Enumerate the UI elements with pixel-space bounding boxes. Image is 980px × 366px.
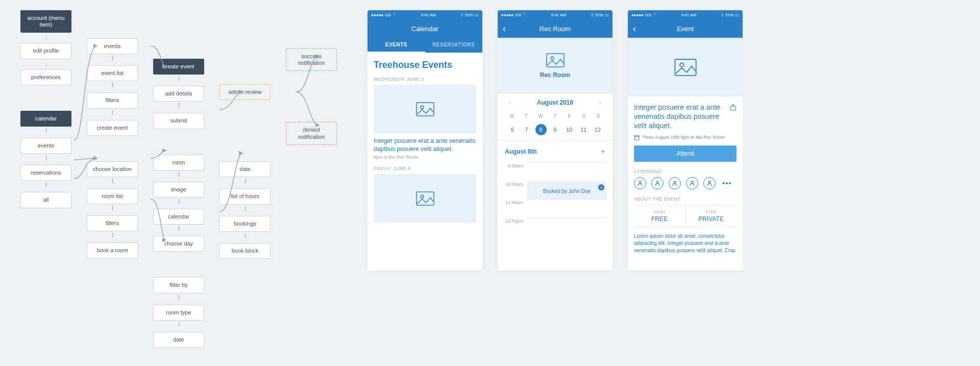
room-hero: Rec Room xyxy=(498,38,612,94)
selected-date: August 8th xyxy=(505,148,537,155)
mock-room-screen: ●●●●●GS⌃ 9:41 AM ᛒ51%▭ ‹ Rec Room Rec Ro… xyxy=(498,10,612,271)
flow-col-review: admin review xyxy=(219,84,271,100)
flow-col-events: events I event list I filters I create e… xyxy=(87,38,138,136)
flow-col-date: date I list of hours I bookings I book b… xyxy=(219,161,271,259)
tab-events[interactable]: EVENTS xyxy=(368,38,425,53)
event-card-title[interactable]: Integer posuere erat a ante venenatis da… xyxy=(374,137,476,153)
day-12[interactable]: 12 xyxy=(592,124,603,135)
status-bar: ●●●●●GS⌃ 9:41 AM ᛒ51%▭ xyxy=(368,10,482,19)
node-room-list: room list xyxy=(87,188,138,204)
node-date: date xyxy=(219,161,271,177)
node-filters1: filters xyxy=(87,92,138,108)
day-9[interactable]: 9 xyxy=(549,124,560,135)
flow-col-calendar: calendar I events I reservations I all xyxy=(20,111,71,208)
flow-col-account: account (menu item) ↓ edit profile ↓ pre… xyxy=(20,10,71,85)
nav-title: Calendar xyxy=(368,19,482,38)
tabs: EVENTS RESERVATIONS xyxy=(368,38,482,53)
status-bar: ●●●●●GS⌃ 9:41 AM ᛒ51%▭ xyxy=(628,10,743,19)
node-preferences: preferences xyxy=(20,69,71,85)
event-description: Lorem ipsum dolor sit amet, consectetur … xyxy=(634,233,737,254)
share-icon[interactable] xyxy=(729,104,737,111)
page-heading: Treehouse Events xyxy=(374,60,476,70)
back-button[interactable]: ‹ xyxy=(633,23,636,34)
wifi-icon: ⌃ xyxy=(393,13,396,17)
avatar[interactable] xyxy=(686,177,698,189)
node-success: success notification xyxy=(286,48,337,71)
node-bookings: bookings xyxy=(219,216,271,232)
flow-col-notif: success notification denied notification xyxy=(286,48,337,145)
attend-button[interactable]: Attend xyxy=(634,145,737,162)
calendar-icon xyxy=(634,135,640,140)
svg-point-12 xyxy=(674,181,676,183)
svg-point-7 xyxy=(680,63,683,66)
node-account: account (menu item) xyxy=(20,10,71,33)
attending-label: ATTENDING xyxy=(634,169,737,174)
prev-month[interactable]: ‹ xyxy=(506,99,514,106)
svg-rect-9 xyxy=(634,136,639,140)
avatar[interactable] xyxy=(651,177,664,189)
node-admin-review: admin review xyxy=(219,84,271,100)
svg-point-3 xyxy=(421,195,424,198)
day-7[interactable]: 7 xyxy=(521,124,532,135)
schedule: 9:00am 10:00am Booked by John Doe× 11:00… xyxy=(504,162,606,236)
date-header-1: WEDNESDAY JUNE 2 xyxy=(374,77,476,82)
event-card-sub: 8pm in the Rec Room xyxy=(374,155,476,160)
node-choose-location: choose location xyxy=(87,161,138,177)
node-all: all xyxy=(20,192,71,208)
svg-point-13 xyxy=(691,181,694,183)
cost-value: FREE xyxy=(636,215,683,223)
nav-title: ‹ Event xyxy=(628,19,743,38)
node-events2: events xyxy=(87,38,138,54)
node-submit: submit xyxy=(153,113,204,129)
back-button[interactable]: ‹ xyxy=(503,23,506,34)
tab-reservations[interactable]: RESERVATIONS xyxy=(425,38,483,53)
status-bar: ●●●●●GS⌃ 9:41 AM ᛒ51%▭ xyxy=(498,10,612,19)
node-event-list: event list xyxy=(87,65,138,81)
more-attendees[interactable]: ••• xyxy=(721,179,732,187)
delete-booking-icon[interactable]: × xyxy=(598,184,604,190)
bluetooth-icon: ᛒ xyxy=(461,13,463,17)
event-hero xyxy=(628,38,743,96)
event-info-grid: COSTFREE TYPEPRIVATE xyxy=(634,205,737,228)
avatar[interactable] xyxy=(669,177,681,189)
node-filter-by: filter by xyxy=(153,277,204,293)
svg-point-1 xyxy=(421,106,424,109)
next-month[interactable]: › xyxy=(596,99,604,106)
node-book-room: book a room xyxy=(87,242,138,258)
node-add-details: add details xyxy=(153,86,204,102)
node-book-block: book block xyxy=(219,243,271,259)
sitemap-flowchart: account (menu item) ↓ edit profile ↓ pre… xyxy=(20,10,337,348)
node-calendar: calendar xyxy=(20,111,71,127)
node-events: events xyxy=(20,138,71,154)
image-icon xyxy=(546,53,565,67)
attendee-avatars: ••• xyxy=(634,177,737,189)
flow-col-location: choose location I room list I filters I … xyxy=(87,161,138,259)
image-icon xyxy=(674,59,697,76)
svg-point-11 xyxy=(656,181,659,183)
svg-point-10 xyxy=(639,181,642,183)
day-10[interactable]: 10 xyxy=(564,124,575,135)
flow-col-create: create event I add details I submit xyxy=(153,59,204,129)
event-image-placeholder[interactable] xyxy=(374,85,476,133)
date-header-2: FRIDAY JUNE 4 xyxy=(374,166,476,171)
node-create-event2: create event xyxy=(153,59,204,75)
day-6[interactable]: 6 xyxy=(507,124,518,135)
battery-icon: ▭ xyxy=(475,13,479,17)
avatar[interactable] xyxy=(703,177,716,189)
booking-block[interactable]: Booked by John Doe× xyxy=(527,182,606,200)
node-edit-profile: edit profile xyxy=(20,43,71,59)
day-8-selected[interactable]: 8 xyxy=(535,124,547,135)
add-booking-button[interactable]: + xyxy=(601,147,605,156)
day-11[interactable]: 11 xyxy=(578,124,589,135)
node-denied: denied notification xyxy=(286,122,337,144)
mock-calendar-screen: ●●●●●GS⌃ 9:41 AM ᛒ51%▭ Calendar EVENTS R… xyxy=(368,10,482,271)
event-title: Integer posuere erat a ante venenatis da… xyxy=(634,103,737,131)
node-choose-day: choose day xyxy=(153,236,204,252)
avatar[interactable] xyxy=(634,177,646,189)
image-icon xyxy=(416,191,434,206)
event-image-placeholder-2[interactable] xyxy=(374,174,476,223)
date-row: 6 7 8 9 10 11 12 xyxy=(504,121,606,140)
svg-point-14 xyxy=(708,181,711,183)
image-icon xyxy=(416,102,434,116)
type-value: PRIVATE xyxy=(688,215,734,223)
